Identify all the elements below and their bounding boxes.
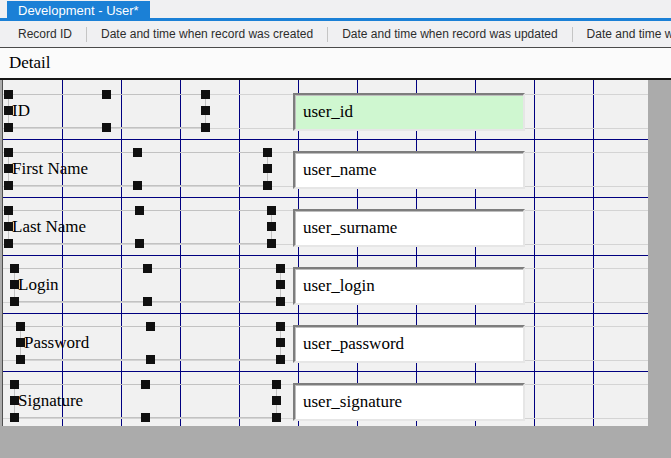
selection-handle[interactable]: [276, 264, 285, 273]
detail-section-band[interactable]: Detail: [0, 47, 671, 80]
toolbar-item-2[interactable]: Date and time when record was updated: [328, 27, 571, 41]
field-label[interactable]: ID: [12, 94, 30, 128]
grid-row-boundary-line: [3, 371, 648, 372]
selection-handle[interactable]: [201, 106, 210, 115]
selection-handle[interactable]: [4, 123, 13, 132]
selection-handle[interactable]: [10, 396, 19, 405]
selection-handle[interactable]: [16, 338, 25, 347]
selection-handle[interactable]: [4, 90, 13, 99]
selection-handle[interactable]: [143, 297, 152, 306]
selection-handle[interactable]: [10, 264, 19, 273]
field-label[interactable]: First Name: [12, 152, 88, 186]
selection-handle[interactable]: [102, 123, 111, 132]
selection-handle[interactable]: [146, 355, 155, 364]
selection-handle[interactable]: [4, 181, 13, 190]
tab-development-user[interactable]: Development - User*: [7, 1, 150, 21]
selection-handle[interactable]: [267, 206, 276, 215]
field-label[interactable]: Password: [24, 326, 89, 360]
selection-handle[interactable]: [263, 148, 272, 157]
data-field-user_login[interactable]: user_login: [293, 267, 525, 305]
selection-handle[interactable]: [272, 396, 281, 405]
selection-handle[interactable]: [276, 322, 285, 331]
form-designer-canvas: IDuser_idFirst Nameuser_nameLast Nameuse…: [0, 80, 671, 458]
data-field-user_signature[interactable]: user_signature: [293, 383, 525, 421]
selection-handle[interactable]: [4, 106, 13, 115]
grid-vertical-line: [475, 80, 476, 426]
toolbar-item-1[interactable]: Date and time when record was created: [87, 27, 327, 41]
data-field-user_surname[interactable]: user_surname: [293, 209, 525, 247]
grid-vertical-line: [298, 80, 299, 426]
field-label[interactable]: Login: [18, 268, 59, 302]
selection-handle[interactable]: [135, 239, 144, 248]
selection-handle[interactable]: [10, 413, 19, 422]
toolbar-item-0[interactable]: Record ID: [4, 27, 86, 41]
selection-handle[interactable]: [4, 222, 13, 231]
grid-row-boundary-line: [3, 255, 648, 256]
grid-vertical-line: [180, 80, 181, 426]
selection-handle[interactable]: [133, 148, 142, 157]
field-label[interactable]: Signature: [18, 384, 83, 418]
grid-vertical-line: [239, 80, 240, 426]
field-header-toolbar: Record IDDate and time when record was c…: [0, 21, 671, 47]
toolbar-item-3[interactable]: Date and time when recor: [573, 27, 671, 41]
grid-row-boundary-line: [3, 139, 648, 140]
selection-handle[interactable]: [272, 380, 281, 389]
grid-vertical-line: [593, 80, 594, 426]
selection-handle[interactable]: [10, 380, 19, 389]
selection-handle[interactable]: [4, 164, 13, 173]
selection-handle[interactable]: [201, 90, 210, 99]
selection-handle[interactable]: [201, 123, 210, 132]
data-field-user_id[interactable]: user_id: [293, 93, 525, 131]
selection-handle[interactable]: [272, 413, 281, 422]
grid-vertical-line: [62, 80, 63, 426]
selection-handle[interactable]: [276, 280, 285, 289]
selection-handle[interactable]: [267, 222, 276, 231]
selection-handle[interactable]: [263, 164, 272, 173]
selection-handle[interactable]: [276, 355, 285, 364]
selection-handle[interactable]: [143, 264, 152, 273]
selection-handle[interactable]: [10, 280, 19, 289]
data-field-user_password[interactable]: user_password: [293, 325, 525, 363]
grid-row-boundary-line: [3, 197, 648, 198]
document-tab-strip: Development - User*: [0, 0, 671, 21]
selection-handle[interactable]: [141, 380, 150, 389]
selection-handle[interactable]: [141, 413, 150, 422]
selection-handle[interactable]: [16, 355, 25, 364]
selection-handle[interactable]: [135, 206, 144, 215]
selection-handle[interactable]: [102, 90, 111, 99]
selection-handle[interactable]: [16, 322, 25, 331]
selection-handle[interactable]: [10, 297, 19, 306]
grid-vertical-line: [357, 80, 358, 426]
selection-handle[interactable]: [267, 239, 276, 248]
field-label[interactable]: Last Name: [12, 210, 86, 244]
detail-section-title: Detail: [9, 53, 51, 73]
selection-handle[interactable]: [4, 206, 13, 215]
selection-handle[interactable]: [133, 181, 142, 190]
form-design-surface[interactable]: IDuser_idFirst Nameuser_nameLast Nameuse…: [2, 80, 648, 426]
grid-vertical-line: [416, 80, 417, 426]
selection-handle[interactable]: [276, 297, 285, 306]
selection-handle[interactable]: [4, 148, 13, 157]
grid-vertical-line: [121, 80, 122, 426]
selection-handle[interactable]: [276, 338, 285, 347]
grid-row-boundary-line: [3, 313, 648, 314]
selection-handle[interactable]: [146, 322, 155, 331]
selection-handle[interactable]: [4, 239, 13, 248]
data-field-user_name[interactable]: user_name: [293, 151, 525, 189]
selection-handle[interactable]: [263, 181, 272, 190]
grid-vertical-line: [534, 80, 535, 426]
